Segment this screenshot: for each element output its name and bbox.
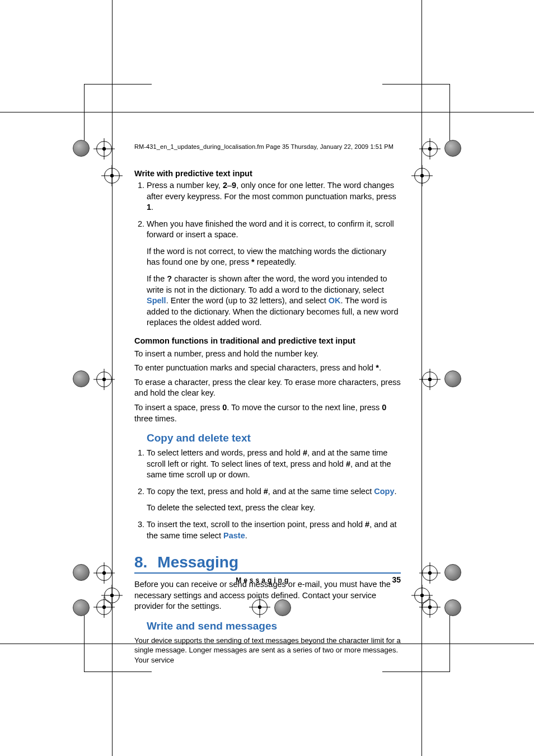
- list-item: To insert the text, scroll to the insert…: [147, 519, 401, 541]
- text: three times.: [134, 414, 177, 423]
- list-item: When you have finished the word and it i…: [147, 219, 401, 328]
- printer-disc-icon: [444, 564, 461, 581]
- registration-mark-icon: [422, 141, 438, 157]
- list-item: Press a number key, 2–9, only once for o…: [147, 180, 401, 213]
- page-footer: Messaging 35: [134, 575, 401, 584]
- list-item: To select letters and words, press and h…: [147, 448, 401, 481]
- paragraph: To enter punctuation marks and special c…: [134, 363, 401, 374]
- heading-write-send: Write and send messages: [147, 620, 401, 632]
- heading-common-functions: Common functions in traditional and pred…: [134, 336, 401, 345]
- page-number: 35: [392, 575, 401, 584]
- list-item: To copy the text, press and hold #, and …: [147, 486, 401, 514]
- chapter-heading: 8. Messaging: [134, 553, 401, 574]
- heading-copy-delete: Copy and delete text: [147, 432, 401, 444]
- paragraph: To erase a character, press the clear ke…: [134, 377, 401, 399]
- key-9: 9: [232, 181, 236, 190]
- text: repeatedly.: [255, 257, 297, 266]
- key-2: 2: [223, 181, 227, 190]
- key-0: 0: [382, 403, 386, 412]
- chapter-number: 8.: [134, 553, 147, 571]
- sub-paragraph: If the ? character is shown after the wo…: [147, 274, 401, 328]
- printer-disc-icon: [73, 564, 90, 581]
- copy-delete-steps: To select letters and words, press and h…: [134, 448, 401, 541]
- text: When you have finished the word and it i…: [147, 219, 394, 240]
- crop-corner-tl: [84, 84, 152, 152]
- text: To insert a space, press: [134, 403, 222, 412]
- text: .: [379, 363, 381, 372]
- softkey-spell: Spell: [147, 296, 166, 305]
- text: , and at the same time select: [268, 487, 374, 496]
- registration-mark-icon: [96, 141, 112, 157]
- paragraph: To insert a space, press 0. To move the …: [134, 402, 401, 424]
- sub-paragraph: If the word is not correct, to view the …: [147, 246, 401, 268]
- page-content: RM-431_en_1_updates_during_localisation.…: [134, 143, 401, 667]
- heading-predictive: Write with predictive text input: [134, 169, 401, 178]
- registration-mark-icon: [414, 168, 430, 184]
- text: Press a number key,: [147, 181, 223, 190]
- printer-disc-icon: [444, 140, 461, 157]
- crop-line-top: [0, 112, 534, 112]
- softkey-paste: Paste: [223, 531, 245, 540]
- question-char: ?: [167, 274, 172, 283]
- printer-disc-icon: [444, 599, 461, 616]
- note-paragraph: Your device supports the sending of text…: [134, 636, 401, 665]
- text: To insert the text, scroll to the insert…: [147, 520, 365, 529]
- running-header: RM-431_en_1_updates_during_localisation.…: [134, 143, 401, 150]
- registration-mark-icon: [422, 372, 438, 387]
- key-1: 1: [147, 203, 151, 212]
- printer-disc-icon: [73, 599, 90, 616]
- registration-mark-icon: [422, 565, 438, 581]
- registration-mark-icon: [104, 168, 120, 184]
- registration-mark-icon: [96, 599, 112, 615]
- registration-mark-icon: [96, 565, 112, 581]
- crop-corner-tr: [382, 84, 450, 152]
- footer-section-label: Messaging: [134, 576, 392, 584]
- key-hash: #: [303, 448, 307, 457]
- text: .: [151, 203, 153, 212]
- softkey-ok: OK: [329, 296, 341, 305]
- text: .: [245, 531, 247, 540]
- text: . To move the cursor to the next line, p…: [227, 403, 382, 412]
- text: If the: [147, 274, 167, 283]
- printer-disc-icon: [73, 370, 90, 387]
- text: character is shown after the word, the w…: [147, 274, 387, 294]
- key-hash: #: [264, 487, 268, 496]
- registration-mark-icon: [96, 372, 112, 387]
- printer-disc-icon: [444, 370, 461, 387]
- printer-disc-icon: [73, 140, 90, 157]
- text: . Enter the word (up to 32 letters), and…: [166, 296, 329, 305]
- registration-mark-icon: [422, 599, 438, 615]
- key-hash: #: [346, 459, 350, 468]
- paragraph: To insert a number, press and hold the n…: [134, 349, 401, 360]
- softkey-copy: Copy: [374, 487, 394, 496]
- chapter-title: Messaging: [157, 553, 238, 571]
- sub-paragraph: To delete the selected text, press the c…: [147, 503, 401, 514]
- text: –: [227, 181, 232, 190]
- key-hash: #: [365, 520, 369, 529]
- text: To enter punctuation marks and special c…: [134, 363, 376, 372]
- text: To copy the text, press and hold: [147, 487, 264, 496]
- predictive-steps: Press a number key, 2–9, only once for o…: [134, 180, 401, 328]
- text: .: [395, 487, 397, 496]
- text: To select letters and words, press and h…: [147, 448, 303, 457]
